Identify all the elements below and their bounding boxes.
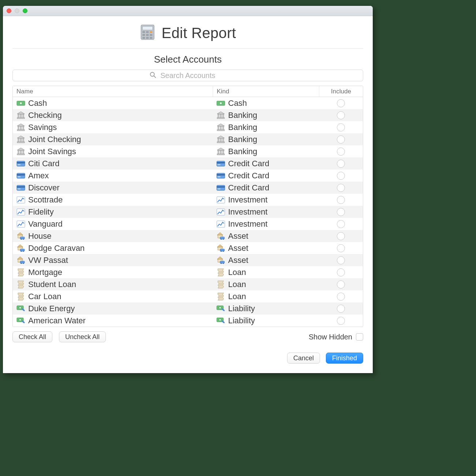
table-row[interactable]: DiscoverCredit Card <box>13 182 363 194</box>
column-header-kind[interactable]: Kind <box>213 86 319 97</box>
include-toggle[interactable] <box>337 172 345 180</box>
include-cell <box>319 172 363 180</box>
zoom-window-button[interactable] <box>23 8 27 13</box>
account-name: Cash <box>28 98 47 108</box>
kind-cell: Credit Card <box>213 171 319 181</box>
name-cell: Joint Checking <box>13 135 213 144</box>
account-kind: Liability <box>228 316 255 326</box>
minimize-window-button[interactable] <box>15 8 19 13</box>
account-kind: Investment <box>228 195 268 205</box>
table-row[interactable]: American WaterLiability <box>13 315 363 327</box>
uncheck-all-button[interactable]: Uncheck All <box>59 331 106 342</box>
credit-icon <box>16 183 25 192</box>
include-cell <box>319 148 363 156</box>
include-toggle[interactable] <box>337 208 345 216</box>
include-toggle[interactable] <box>337 280 345 289</box>
credit-icon <box>16 159 25 168</box>
table-row[interactable]: MortgageLoan <box>13 266 363 278</box>
include-cell <box>319 135 363 144</box>
table-row[interactable]: Joint CheckingBanking <box>13 133 363 145</box>
table-row[interactable]: Student LoanLoan <box>13 278 363 290</box>
table-row[interactable]: AmexCredit Card <box>13 170 363 182</box>
finished-button[interactable]: Finished <box>326 353 363 364</box>
account-kind: Asset <box>228 243 248 253</box>
search-input[interactable] <box>12 70 363 81</box>
table-row[interactable]: HouseAsset <box>13 230 363 242</box>
kind-cell: Loan <box>213 292 319 301</box>
include-toggle[interactable] <box>337 268 345 276</box>
kind-cell: Investment <box>213 195 319 205</box>
include-toggle[interactable] <box>337 99 345 107</box>
account-name: Discover <box>28 183 60 193</box>
table-row[interactable]: VW PassatAsset <box>13 254 363 266</box>
close-window-button[interactable] <box>7 8 11 13</box>
account-kind: Loan <box>228 268 246 277</box>
show-hidden-checkbox[interactable] <box>356 333 363 341</box>
table-row[interactable]: SavingsBanking <box>13 121 363 133</box>
account-kind: Investment <box>228 219 268 229</box>
include-toggle[interactable] <box>337 220 345 228</box>
include-toggle[interactable] <box>337 244 345 252</box>
include-cell <box>319 268 363 276</box>
dialog-content: Edit Report Select Accounts Name Kind In… <box>3 16 373 373</box>
include-cell <box>319 196 363 204</box>
include-toggle[interactable] <box>337 317 345 325</box>
name-cell: Car Loan <box>13 292 213 301</box>
kind-cell: Loan <box>213 280 319 289</box>
bank-icon <box>216 147 225 156</box>
table-header: Name Kind Include <box>13 86 363 97</box>
include-toggle[interactable] <box>337 196 345 204</box>
column-header-include[interactable]: Include <box>319 86 363 97</box>
kind-cell: Banking <box>213 123 319 132</box>
loan-icon <box>16 268 25 277</box>
include-cell <box>319 111 363 119</box>
include-toggle[interactable] <box>337 160 345 168</box>
include-toggle[interactable] <box>337 123 345 131</box>
table-row[interactable]: Car LoanLoan <box>13 290 363 302</box>
account-name: Fidelity <box>28 207 54 217</box>
name-cell: Citi Card <box>13 159 213 168</box>
kind-cell: Credit Card <box>213 159 319 168</box>
table-row[interactable]: FidelityInvestment <box>13 206 363 218</box>
kind-cell: Investment <box>213 207 319 217</box>
include-cell <box>319 293 363 301</box>
account-kind: Credit Card <box>228 159 269 168</box>
account-kind: Asset <box>228 256 248 265</box>
include-toggle[interactable] <box>337 232 345 240</box>
include-toggle[interactable] <box>337 256 345 264</box>
kind-cell: Asset <box>213 231 319 241</box>
name-cell: Mortgage <box>13 268 213 277</box>
table-row[interactable]: Joint SavingsBanking <box>13 145 363 157</box>
bank-icon <box>16 123 25 132</box>
cancel-button[interactable]: Cancel <box>287 353 320 364</box>
table-row[interactable]: Dodge CaravanAsset <box>13 242 363 254</box>
liability-icon <box>16 304 25 313</box>
include-toggle[interactable] <box>337 184 345 192</box>
asset-icon <box>216 232 225 241</box>
table-row[interactable]: Duke EnergyLiability <box>13 302 363 315</box>
titlebar[interactable] <box>3 6 373 16</box>
table-row[interactable]: ScottradeInvestment <box>13 194 363 206</box>
include-toggle[interactable] <box>337 111 345 119</box>
asset-icon <box>16 256 25 265</box>
account-kind: Cash <box>228 98 247 108</box>
bank-icon <box>16 111 25 120</box>
dialog-window: Edit Report Select Accounts Name Kind In… <box>3 6 373 373</box>
include-toggle[interactable] <box>337 148 345 156</box>
account-name: Car Loan <box>28 292 62 301</box>
include-toggle[interactable] <box>337 293 345 301</box>
table-row[interactable]: CashCash <box>13 97 363 109</box>
account-name: Joint Savings <box>28 147 76 156</box>
kind-cell: Banking <box>213 135 319 144</box>
table-row[interactable]: CheckingBanking <box>13 109 363 121</box>
include-toggle[interactable] <box>337 305 345 313</box>
account-name: Joint Checking <box>28 135 81 144</box>
account-kind: Banking <box>228 111 257 120</box>
table-row[interactable]: Citi CardCredit Card <box>13 157 363 170</box>
column-header-name[interactable]: Name <box>13 86 213 97</box>
include-toggle[interactable] <box>337 135 345 144</box>
table-row[interactable]: VanguardInvestment <box>13 218 363 230</box>
bank-icon <box>16 135 25 144</box>
page-title: Edit Report <box>161 25 236 41</box>
check-all-button[interactable]: Check All <box>12 331 52 342</box>
